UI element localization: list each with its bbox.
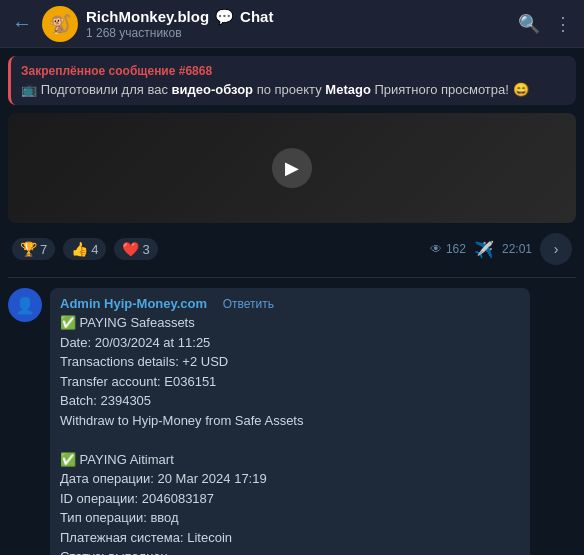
pinned-bold: видео-обзор — [172, 82, 254, 97]
message-sender: Admin Hyip-Money.com Ответить — [60, 296, 520, 311]
thumbs-up-count: 4 — [91, 242, 98, 257]
heart-emoji: ❤️ — [122, 241, 139, 257]
pinned-after: Приятного просмотра! 😄 — [371, 82, 529, 97]
divider — [8, 277, 576, 278]
pinned-text: 📺 Подготовили для вас видео-обзор по про… — [21, 82, 566, 97]
search-icon[interactable]: 🔍 — [518, 13, 540, 35]
admin-message-row: 👤 Admin Hyip-Money.com Ответить ✅ PAYING… — [0, 282, 584, 555]
chat-header: ← 🐒 RichMonkey.blog 💬 Chat 1 268 участни… — [0, 0, 584, 48]
view-count: 👁 162 — [430, 242, 466, 256]
pinned-icon: 📺 — [21, 82, 37, 97]
back-button[interactable]: ← — [12, 12, 32, 35]
pinned-title: Закреплённое сообщение #6868 — [21, 64, 566, 78]
eye-icon: 👁 — [430, 242, 442, 256]
channel-avatar: 🐒 — [42, 6, 78, 42]
admin-message-bubble: Admin Hyip-Money.com Ответить ✅ PAYING S… — [50, 288, 530, 555]
admin-avatar-icon: 👤 — [15, 296, 35, 315]
video-inner: ▶ — [8, 113, 576, 223]
more-icon[interactable]: ⋮ — [554, 13, 572, 35]
heart-count: 3 — [142, 242, 149, 257]
pinned-reactions-row: 🏆 7 👍 4 ❤️ 3 👁 162 ✈️ 22:01 › — [0, 229, 584, 273]
reply-link[interactable]: Ответить — [223, 296, 274, 311]
share-icon: ✈️ — [474, 240, 494, 259]
pinned-before: Подготовили для вас — [41, 82, 172, 97]
sender-name: Admin Hyip-Money.com — [60, 296, 207, 311]
reaction-heart[interactable]: ❤️ 3 — [114, 238, 157, 260]
channel-name: RichMonkey.blog — [86, 8, 209, 25]
pinned-message[interactable]: Закреплённое сообщение #6868 📺 Подготови… — [8, 56, 576, 105]
trophy-emoji: 🏆 — [20, 241, 37, 257]
header-actions: 🔍 ⋮ — [518, 13, 572, 35]
chevron-right-button[interactable]: › — [540, 233, 572, 265]
chat-label: Chat — [240, 8, 273, 25]
chat-content: Закреплённое сообщение #6868 📺 Подготови… — [0, 48, 584, 555]
pinned-time: 22:01 — [502, 242, 532, 256]
reaction-trophy[interactable]: 🏆 7 — [12, 238, 55, 260]
video-thumbnail[interactable]: ▶ — [8, 113, 576, 223]
admin-avatar: 👤 — [8, 288, 42, 322]
thumbs-up-emoji: 👍 — [71, 241, 88, 257]
channel-icon: 💬 — [215, 8, 234, 26]
header-info: RichMonkey.blog 💬 Chat 1 268 участников — [86, 8, 518, 40]
view-number: 162 — [446, 242, 466, 256]
trophy-count: 7 — [40, 242, 47, 257]
pinned-brand: Metago — [325, 82, 371, 97]
play-button[interactable]: ▶ — [272, 148, 312, 188]
message-text: ✅ PAYING Safeassets Date: 20/03/2024 at … — [60, 313, 520, 555]
header-title: RichMonkey.blog 💬 Chat — [86, 8, 518, 26]
reaction-thumbs-up[interactable]: 👍 4 — [63, 238, 106, 260]
member-count: 1 268 участников — [86, 26, 518, 40]
pinned-middle: по проекту — [253, 82, 325, 97]
